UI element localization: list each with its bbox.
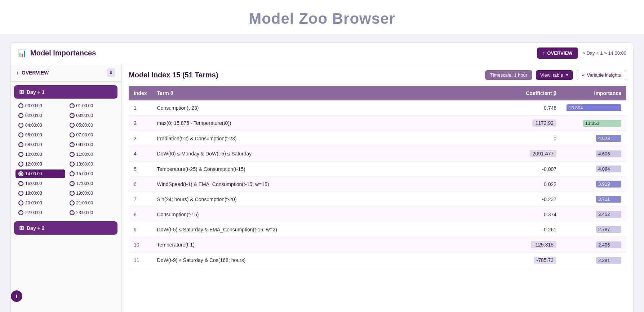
sidebar-groups: ⊞Day + 1🕐00:00:00🕐01:00:00🕐02:00:00🕐03:0… xyxy=(10,85,121,235)
clock-icon: 🕐 xyxy=(70,210,75,215)
importance-bar: 4.094 xyxy=(596,166,621,172)
importance-bar: 3.919 xyxy=(596,181,621,187)
toolbar-left: 📊 Model Importances xyxy=(18,49,537,58)
importance-bar: 3.452 xyxy=(596,211,621,218)
view-dropdown[interactable]: View: table ▼ xyxy=(536,70,573,80)
clock-icon: 🕐 xyxy=(70,181,75,186)
time-item-18:00:00[interactable]: 🕐18:00:00 xyxy=(15,189,65,198)
col-coeff: Coefficient β xyxy=(504,86,561,100)
clock-icon: 🕐 xyxy=(18,123,23,128)
importance-bar: 13.353 xyxy=(583,120,621,127)
cell-coefficient: 0 xyxy=(504,131,561,146)
main-container: 📊 Model Importances ↑ OVERVIEW > Day + 1… xyxy=(10,42,634,312)
clock-icon: 🕐 xyxy=(18,181,23,186)
time-item-11:00:00[interactable]: 🕐11:00:00 xyxy=(67,150,116,159)
overview-arrow-icon: ↑ xyxy=(543,50,545,56)
cell-index: 5 xyxy=(129,162,152,177)
time-item-17:00:00[interactable]: 🕐17:00:00 xyxy=(67,179,116,188)
page-header: Model Zoo Browser xyxy=(0,0,644,34)
table-row: 2 max(0; 15.875 - Temperature(t0)) 1172.… xyxy=(129,116,626,131)
info-button[interactable]: i xyxy=(11,290,22,302)
clock-icon: 🕐 xyxy=(18,152,23,157)
overview-button[interactable]: ↑ OVERVIEW xyxy=(537,48,578,59)
table-row: 3 Irradiation(t-2) & Consumption(t-23) 0… xyxy=(129,131,626,146)
table-body: 1 Consumption(t-23) 0.746 18.894 2 max(0… xyxy=(129,100,626,268)
time-item-15:00:00[interactable]: 🕐15:00:00 xyxy=(67,169,116,178)
clock-icon: 🕐 xyxy=(18,162,23,167)
clock-icon: 🕐 xyxy=(18,171,23,176)
cell-index: 2 xyxy=(129,116,152,131)
day-header-1[interactable]: ⊞Day + 2 xyxy=(14,221,117,235)
time-item-06:00:00[interactable]: 🕐06:00:00 xyxy=(15,131,65,139)
clock-icon: 🕐 xyxy=(70,200,75,205)
cell-index: 11 xyxy=(129,253,152,268)
clock-icon: 🕐 xyxy=(70,152,75,157)
sidebar-arrow-icon: ↑ xyxy=(16,70,19,76)
time-item-05:00:00[interactable]: 🕐05:00:00 xyxy=(67,121,116,130)
grid-icon: ⊞ xyxy=(19,89,24,95)
download-icon[interactable]: ⬇ xyxy=(107,68,115,77)
cell-importance: 13.353 xyxy=(561,116,626,131)
clock-icon: 🕐 xyxy=(18,113,23,118)
time-item-19:00:00[interactable]: 🕐19:00:00 xyxy=(67,189,116,198)
time-item-10:00:00[interactable]: 🕐10:00:00 xyxy=(15,150,65,159)
cell-index: 8 xyxy=(129,207,152,222)
table-header: Index Term θ Coefficient β Importance xyxy=(129,86,626,100)
cell-index: 10 xyxy=(129,237,152,253)
cell-importance: 4.094 xyxy=(561,162,626,177)
time-item-21:00:00[interactable]: 🕐21:00:00 xyxy=(67,199,116,207)
time-item-16:00:00[interactable]: 🕐16:00:00 xyxy=(15,179,65,188)
time-item-12:00:00[interactable]: 🕐12:00:00 xyxy=(15,160,65,168)
model-title: Model Index 15 (51 Terms) xyxy=(129,71,218,79)
clock-icon: 🕐 xyxy=(70,162,75,167)
time-item-09:00:00[interactable]: 🕐09:00:00 xyxy=(67,140,116,149)
variable-insights-button[interactable]: « Variable insights xyxy=(577,70,626,80)
importance-bar: 4.623 xyxy=(596,135,621,142)
table-row: 8 Consumption(t-15) 0.374 3.452 xyxy=(129,207,626,222)
time-item-04:00:00[interactable]: 🕐04:00:00 xyxy=(15,121,65,130)
time-item-08:00:00[interactable]: 🕐08:00:00 xyxy=(15,140,65,149)
sidebar: ↑ OVERVIEW ⬇ ⊞Day + 1🕐00:00:00🕐01:00:00🕐… xyxy=(10,64,121,312)
sidebar-header: ↑ OVERVIEW ⬇ xyxy=(10,64,121,82)
cell-index: 4 xyxy=(129,146,152,162)
cell-importance: 2.787 xyxy=(561,222,626,237)
time-item-23:00:00[interactable]: 🕐23:00:00 xyxy=(67,208,116,217)
cell-importance: 4.606 xyxy=(561,146,626,162)
cell-coefficient: -0.007 xyxy=(504,162,561,177)
timescale-badge: Timescale: 1 hour xyxy=(485,70,532,80)
cell-index: 9 xyxy=(129,222,152,237)
table-row: 5 Temperature(t-25) & Consumption(t-15) … xyxy=(129,162,626,177)
clock-icon: 🕐 xyxy=(70,191,75,196)
model-table: Index Term θ Coefficient β Importance 1 … xyxy=(129,86,626,268)
cell-importance: 18.894 xyxy=(561,100,626,116)
table-row: 6 WindSpeed(t-1) & EMA_Consumption(t-15;… xyxy=(129,177,626,192)
cell-index: 7 xyxy=(129,192,152,207)
day-group-0: ⊞Day + 1🕐00:00:00🕐01:00:00🕐02:00:00🕐03:0… xyxy=(14,85,117,218)
day-header-0[interactable]: ⊞Day + 1 xyxy=(14,85,117,99)
cell-term: Consumption(t-15) xyxy=(152,207,504,222)
table-row: 10 Temperature(t-1) -125.815 2.406 xyxy=(129,237,626,253)
cell-importance: 2.406 xyxy=(561,237,626,253)
time-item-22:00:00[interactable]: 🕐22:00:00 xyxy=(15,208,65,217)
time-item-13:00:00[interactable]: 🕐13:00:00 xyxy=(67,160,116,168)
time-item-03:00:00[interactable]: 🕐03:00:00 xyxy=(67,111,116,120)
time-item-00:00:00[interactable]: 🕐00:00:00 xyxy=(15,101,65,110)
time-item-14:00:00[interactable]: 🕐14:00:00 xyxy=(15,169,65,178)
cell-term: Consumption(t-23) xyxy=(152,100,504,116)
cell-index: 1 xyxy=(129,100,152,116)
main-content: Model Index 15 (51 Terms) Timescale: 1 h… xyxy=(121,64,634,312)
variable-insights-arrow: « xyxy=(582,72,585,78)
toolbar-right: ↑ OVERVIEW > Day + 1 > 14:00:00 xyxy=(537,48,626,59)
cell-term: Temperature(t-1) xyxy=(152,237,504,253)
cell-coefficient: 0.022 xyxy=(504,177,561,192)
time-item-07:00:00[interactable]: 🕐07:00:00 xyxy=(67,131,116,139)
sidebar-overview-label: ↑ OVERVIEW xyxy=(16,70,49,76)
time-item-20:00:00[interactable]: 🕐20:00:00 xyxy=(15,199,65,207)
cell-coefficient: 0.374 xyxy=(504,207,561,222)
time-item-01:00:00[interactable]: 🕐01:00:00 xyxy=(67,101,116,110)
cell-term: max(0; 15.875 - Temperature(t0)) xyxy=(152,116,504,131)
importance-bar: 18.894 xyxy=(567,104,621,111)
clock-icon: 🕐 xyxy=(70,142,75,147)
cell-term: DoW(t-5) ≤ Saturday & EMA_Consumption(t-… xyxy=(152,222,504,237)
time-item-02:00:00[interactable]: 🕐02:00:00 xyxy=(15,111,65,120)
